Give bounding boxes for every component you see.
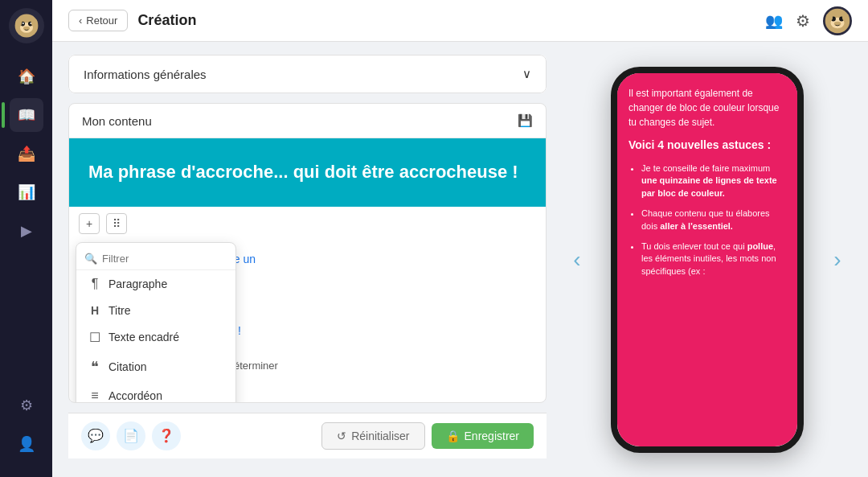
hero-text: Ma phrase d'accroche... qui doit être ac… xyxy=(88,161,526,184)
paragraph-label: Paragraphe xyxy=(108,278,167,290)
user-settings-icon[interactable]: 👥 xyxy=(765,12,783,30)
save-button[interactable]: 🔒 Enregistrer xyxy=(432,423,534,449)
sidebar-item-user[interactable]: 👤 xyxy=(10,427,43,461)
svg-point-7 xyxy=(15,19,22,27)
add-block-button[interactable]: + xyxy=(79,213,100,234)
avatar[interactable] xyxy=(823,6,852,35)
accordion-label: Accordéon xyxy=(108,389,162,402)
drag-handle[interactable]: ⠿ xyxy=(106,213,127,234)
phone-frame: Il est important également de changer de… xyxy=(611,67,804,453)
gear-icon[interactable]: ⚙ xyxy=(796,11,810,31)
sidebar-item-analytics[interactable]: 📊 xyxy=(10,175,43,209)
title-label: Titre xyxy=(108,304,130,317)
chevron-down-icon: ∨ xyxy=(522,67,531,81)
svg-point-8 xyxy=(31,19,37,27)
sidebar-nav: 🏠 📖 📤 📊 ▶ xyxy=(10,60,43,389)
hero-block[interactable]: Ma phrase d'accroche... qui doit être ac… xyxy=(69,138,546,207)
sidebar-item-settings[interactable]: ⚙ xyxy=(10,389,43,422)
svg-point-6 xyxy=(23,27,30,31)
lock-icon: 🔒 xyxy=(446,430,460,442)
content-section: Mon contenu 💾 Ma phrase d'accroche... qu… xyxy=(68,103,547,403)
prev-arrow[interactable]: ‹ xyxy=(563,245,592,274)
general-info-header[interactable]: Informations générales ∨ xyxy=(68,55,547,93)
block-type-dropdown: 🔍 ¶ Paragraphe H Titre xyxy=(76,242,236,403)
sidebar: 🏠 📖 📤 📊 ▶ ⚙ 👤 xyxy=(0,0,52,477)
document-button[interactable]: 📄 xyxy=(117,421,145,450)
sidebar-item-courses[interactable]: 📖 xyxy=(10,98,43,132)
main-area: ‹ Retour Création 👥 ⚙ xyxy=(52,0,868,477)
back-arrow-icon: ‹ xyxy=(79,14,82,27)
phone-list-item-3: Tu dois enlever tout ce qui pollue, les … xyxy=(641,241,786,278)
phone-heading: Voici 4 nouvelles astuces : xyxy=(628,138,786,154)
svg-point-4 xyxy=(22,23,23,24)
framed-text-label: Texte encadré xyxy=(108,331,179,343)
content-area: Informations générales ∨ Mon contenu 💾 M… xyxy=(52,42,868,477)
dropdown-item-title[interactable]: H Titre xyxy=(76,298,235,323)
content-section-header: Mon contenu 💾 xyxy=(69,104,546,138)
phone-text-block: Il est important également de changer de… xyxy=(617,73,797,299)
phone-list: Je te conseille de faire maximum une qui… xyxy=(628,162,786,278)
sidebar-item-home[interactable]: 🏠 xyxy=(10,60,43,93)
dropdown-item-citation[interactable]: ❝ Citation xyxy=(76,352,235,382)
citation-label: Citation xyxy=(108,360,146,373)
editor-body: Ma phrase d'accroche... qui doit être ac… xyxy=(69,138,546,402)
page-title: Création xyxy=(137,12,196,29)
citation-icon: ❝ xyxy=(88,358,102,376)
content-label: Mon contenu xyxy=(82,114,152,128)
toolbar-row: + ⠿ 🔍 ¶ Paragraphe xyxy=(69,207,546,241)
accordion-icon: ≡ xyxy=(88,389,102,403)
phone-list-item-2: Chaque contenu que tu élabores dois alle… xyxy=(641,208,786,232)
back-label: Retour xyxy=(86,14,117,27)
save-icon[interactable]: 💾 xyxy=(518,113,533,128)
header: ‹ Retour Création 👥 ⚙ xyxy=(52,0,868,42)
editor-panel: Informations générales ∨ Mon contenu 💾 M… xyxy=(68,55,547,464)
general-info-section: Informations générales ∨ xyxy=(68,55,547,93)
next-arrow[interactable]: › xyxy=(823,245,852,274)
svg-point-15 xyxy=(842,13,850,21)
svg-point-14 xyxy=(826,13,833,21)
back-button[interactable]: ‹ Retour xyxy=(68,10,128,31)
chat-button[interactable]: 💬 xyxy=(81,421,110,450)
reset-label: Réinitialiser xyxy=(351,430,409,442)
general-info-label: Informations générales xyxy=(84,68,207,81)
phone-list-item-1: Je te conseille de faire maximum une qui… xyxy=(641,162,786,199)
dropdown-item-framed-text[interactable]: ☐ Texte encadré xyxy=(76,323,235,352)
dropdown-item-accordion[interactable]: ≡ Accordéon xyxy=(76,382,235,403)
dropdown-search-input[interactable] xyxy=(102,253,227,265)
search-icon: 🔍 xyxy=(84,253,97,265)
sidebar-bottom: ⚙ 👤 xyxy=(10,389,43,469)
phone-content: Il est important également de changer de… xyxy=(617,73,797,446)
reset-icon: ↺ xyxy=(337,430,346,442)
sidebar-item-send[interactable]: 📤 xyxy=(10,137,43,171)
framed-text-icon: ☐ xyxy=(88,330,102,345)
sidebar-item-play[interactable]: ▶ xyxy=(10,214,43,248)
preview-panel: ‹ Il est important également de changer … xyxy=(563,55,852,464)
bottom-toolbar: 💬 📄 ❓ ↺ Réinitialiser 🔒 Enregistrer xyxy=(68,413,547,458)
save-label: Enregistrer xyxy=(465,430,519,442)
question-button[interactable]: ❓ xyxy=(152,421,181,450)
app-logo xyxy=(9,8,44,43)
phone-intro: Il est important également de changer de… xyxy=(628,86,786,130)
svg-point-13 xyxy=(834,21,841,25)
title-icon: H xyxy=(88,304,102,317)
header-icons: 👥 ⚙ xyxy=(765,6,852,35)
dropdown-search-container: 🔍 xyxy=(76,248,235,270)
dropdown-item-paragraph[interactable]: ¶ Paragraphe xyxy=(76,270,235,298)
reset-button[interactable]: ↺ Réinitialiser xyxy=(321,422,424,450)
paragraph-icon: ¶ xyxy=(88,277,102,291)
